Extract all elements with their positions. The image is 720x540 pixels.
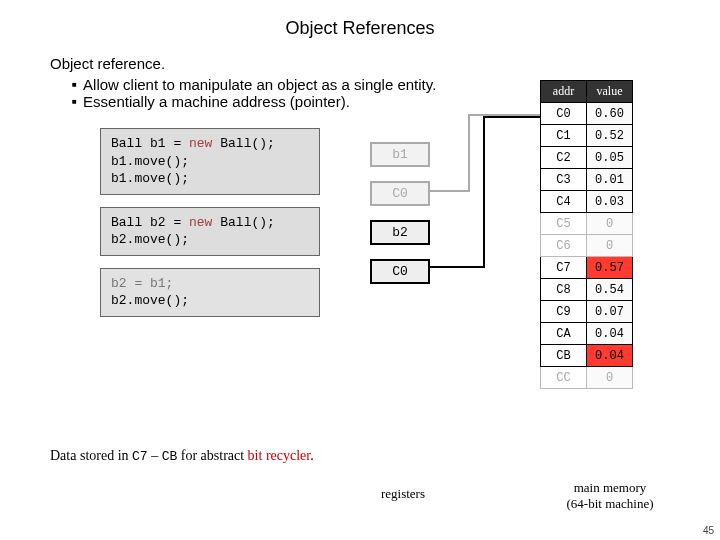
register-b2: b2 <box>370 220 430 245</box>
footer-code: C7 <box>132 449 148 464</box>
memory-table: addr value C00.60 C10.52 C20.05 C30.01 C… <box>540 80 633 389</box>
footer-highlight: bit recycler <box>248 448 311 463</box>
memory-row: C60 <box>541 235 633 257</box>
pointer-line <box>430 190 470 192</box>
memory-row: CC0 <box>541 367 633 389</box>
memory-row: C70.57 <box>541 257 633 279</box>
section-heading: Object reference. <box>50 55 680 72</box>
mem-val: 0.54 <box>587 279 633 301</box>
code-text: b2.move(); <box>111 293 189 308</box>
registers-caption: registers <box>358 486 448 502</box>
memory-row: C20.05 <box>541 147 633 169</box>
memory-header-value: value <box>587 81 633 103</box>
code-text: b2.move(); <box>111 232 189 247</box>
mem-val: 0.07 <box>587 301 633 323</box>
memory-caption: main memory (64-bit machine) <box>540 480 680 512</box>
memory-header-addr: addr <box>541 81 587 103</box>
memory-header-row: addr value <box>541 81 633 103</box>
keyword-new: new <box>189 215 212 230</box>
code-text: Ball b1 = <box>111 136 189 151</box>
code-text: b1.move(); <box>111 171 189 186</box>
register-c0b: C0 <box>370 259 430 284</box>
mem-val: 0.52 <box>587 125 633 147</box>
mem-val: 0.60 <box>587 103 633 125</box>
pointer-line <box>468 115 470 190</box>
mem-addr: C5 <box>541 213 587 235</box>
mem-addr: C3 <box>541 169 587 191</box>
mem-addr: C1 <box>541 125 587 147</box>
register-c0a: C0 <box>370 181 430 206</box>
mem-addr: C6 <box>541 235 587 257</box>
memory-row: C00.60 <box>541 103 633 125</box>
code-text: Ball(); <box>212 215 274 230</box>
register-b1: b1 <box>370 142 430 167</box>
code-block-1: Ball b1 = new Ball(); b1.move(); b1.move… <box>100 128 320 195</box>
mem-addr: CC <box>541 367 587 389</box>
code-block-2: Ball b2 = new Ball(); b2.move(); <box>100 207 320 256</box>
memory-row: C50 <box>541 213 633 235</box>
mem-addr: C7 <box>541 257 587 279</box>
footer-code: CB <box>162 449 178 464</box>
mem-addr: C0 <box>541 103 587 125</box>
mem-addr: CA <box>541 323 587 345</box>
memory-row: C90.07 <box>541 301 633 323</box>
mem-addr: C4 <box>541 191 587 213</box>
footer-note: Data stored in C7 – CB for abstract bit … <box>50 448 314 464</box>
mem-val: 0.57 <box>587 257 633 279</box>
code-text: b1.move(); <box>111 154 189 169</box>
mem-val: 0.03 <box>587 191 633 213</box>
pointer-line <box>483 116 485 266</box>
mem-val: 0 <box>587 235 633 257</box>
code-blocks: Ball b1 = new Ball(); b1.move(); b1.move… <box>100 128 320 329</box>
mem-val: 0 <box>587 213 633 235</box>
code-text: Ball b2 = <box>111 215 189 230</box>
memory-row: C80.54 <box>541 279 633 301</box>
footer-text: Data stored in <box>50 448 132 463</box>
mem-val: 0 <box>587 367 633 389</box>
memory-row: C30.01 <box>541 169 633 191</box>
memory-row: C10.52 <box>541 125 633 147</box>
pointer-line <box>483 116 540 118</box>
mem-val: 0.05 <box>587 147 633 169</box>
keyword-new: new <box>189 136 212 151</box>
memory-row: C40.03 <box>541 191 633 213</box>
code-text: b2 = b1; <box>111 276 173 291</box>
mem-val: 0.04 <box>587 323 633 345</box>
mem-val: 0.04 <box>587 345 633 367</box>
slide-title: Object References <box>0 0 720 55</box>
pointer-line <box>430 266 485 268</box>
mem-addr: C8 <box>541 279 587 301</box>
mem-addr: C9 <box>541 301 587 323</box>
footer-text: – <box>148 448 162 463</box>
footer-text: . <box>310 448 314 463</box>
mem-addr: CB <box>541 345 587 367</box>
footer-text: for abstract <box>177 448 247 463</box>
page-number: 45 <box>703 525 714 536</box>
memory-row: CB0.04 <box>541 345 633 367</box>
mem-addr: C2 <box>541 147 587 169</box>
mem-val: 0.01 <box>587 169 633 191</box>
registers-column: b1 C0 b2 C0 <box>370 142 430 298</box>
code-block-3: b2 = b1; b2.move(); <box>100 268 320 317</box>
memory-row: CA0.04 <box>541 323 633 345</box>
code-text: Ball(); <box>212 136 274 151</box>
